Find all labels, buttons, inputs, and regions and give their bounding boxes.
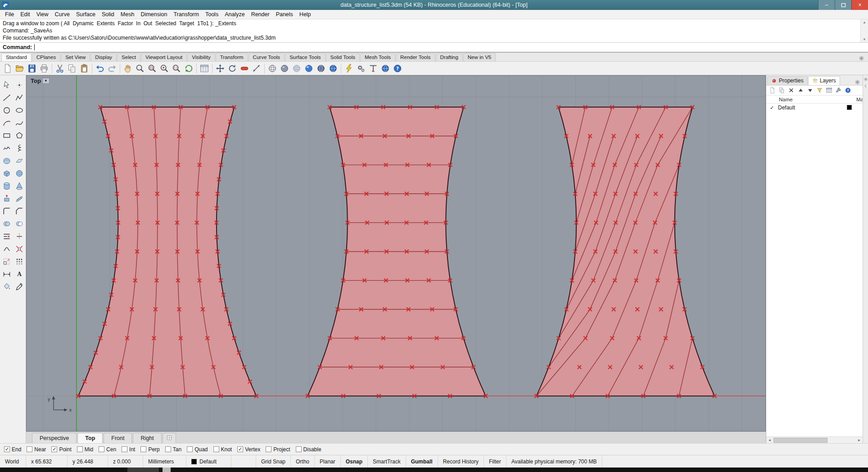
sphere-wire-button[interactable] — [267, 63, 278, 74]
status-current-layer[interactable]: Default — [186, 455, 231, 467]
toolbar-tab-cplanes[interactable]: CPlanes — [32, 53, 60, 61]
osnap-point-checkbox[interactable]: ✓ — [51, 446, 57, 452]
osnap-disable[interactable]: Disable — [296, 446, 321, 453]
up-tri-button[interactable] — [796, 86, 805, 95]
layers-hscrollbar[interactable]: ◄ ► — [766, 436, 863, 443]
osnap-tan[interactable]: Tan — [165, 446, 181, 453]
polygon-button[interactable] — [14, 129, 25, 142]
save-file-button[interactable] — [26, 63, 38, 74]
undo-button[interactable] — [94, 63, 106, 74]
new-layer-button[interactable] — [768, 86, 776, 95]
sphere-xray-button[interactable] — [315, 63, 327, 74]
toolbar-tab-visibility[interactable]: Visibility — [187, 53, 215, 61]
status-cplane[interactable]: World — [0, 455, 26, 467]
osnap-int[interactable]: Int — [122, 446, 135, 453]
menu-solid[interactable]: Solid — [99, 10, 118, 18]
dim-button[interactable] — [1, 268, 13, 281]
menu-view[interactable]: View — [33, 10, 52, 18]
menu-help[interactable]: Help — [296, 10, 314, 18]
cube-button[interactable] — [1, 167, 13, 180]
osnap-perp[interactable]: Perp — [140, 446, 159, 453]
toolbar-tab-render-tools[interactable]: Render Tools — [396, 53, 435, 61]
toolbar-tab-solid-tools[interactable]: Solid Tools — [326, 53, 360, 61]
menu-dimension[interactable]: Dimension — [137, 10, 170, 18]
paint-button[interactable] — [1, 281, 13, 293]
osnap-int-checkbox[interactable] — [122, 446, 127, 452]
down-tri-button[interactable] — [806, 86, 814, 95]
sphere3d-button[interactable] — [14, 167, 25, 180]
osnap-perp-checkbox[interactable] — [140, 446, 146, 452]
rect-tool-button[interactable] — [1, 129, 13, 142]
status-pane-smarttrack[interactable]: SmartTrack — [368, 455, 406, 467]
line-button[interactable] — [1, 91, 13, 104]
sublayer-button[interactable] — [778, 86, 786, 95]
cylinder-button[interactable] — [1, 180, 13, 192]
layer-row-default[interactable]: ✓ Default — [766, 104, 863, 112]
toolbar-tab-new-in-v5[interactable]: New in V5 — [463, 53, 496, 61]
viewport-title[interactable]: Top — [31, 77, 41, 84]
pan-hand-button[interactable] — [122, 63, 134, 74]
sphere-ghosted-button[interactable] — [291, 63, 303, 74]
taskbar-item[interactable] — [163, 467, 171, 472]
menu-tools[interactable]: Tools — [202, 10, 222, 18]
osnap-knot[interactable]: Knot — [213, 446, 232, 453]
maximize-button[interactable] — [835, 0, 851, 10]
viewport-canvas[interactable]: yx — [27, 76, 765, 431]
cut-button[interactable] — [54, 63, 66, 74]
osnap-cen[interactable]: Cen — [99, 446, 116, 453]
osnap-near-checkbox[interactable] — [27, 446, 32, 452]
array-button[interactable] — [14, 255, 25, 268]
pipe-button[interactable] — [14, 192, 25, 205]
toolbar-tab-surface-tools[interactable]: Surface Tools — [285, 53, 325, 61]
osnap-end[interactable]: ✓End — [4, 446, 21, 453]
osnap-tan-checkbox[interactable] — [165, 446, 171, 452]
status-pane-ortho[interactable]: Ortho — [291, 455, 315, 467]
extrude-button[interactable] — [1, 192, 13, 205]
globe-web-button[interactable] — [380, 63, 391, 74]
bolt-button[interactable] — [343, 63, 355, 74]
print-button[interactable] — [38, 63, 50, 74]
zoom-extents-button[interactable] — [171, 63, 182, 74]
redo-button[interactable] — [106, 63, 118, 74]
osnap-knot-checkbox[interactable] — [213, 446, 219, 452]
point-dot-button[interactable] — [14, 79, 25, 91]
column-material[interactable]: Mate — [856, 97, 863, 102]
plane-button[interactable] — [14, 154, 25, 167]
status-pane-planar[interactable]: Planar — [315, 455, 341, 467]
circle-button[interactable] — [1, 104, 13, 117]
viewport-title-chip[interactable]: Top ▼ — [31, 77, 50, 84]
rotate-button[interactable] — [226, 63, 238, 74]
text-tool-button[interactable]: A — [14, 268, 25, 281]
viewport-top[interactable]: yx Top ▼ — [26, 75, 766, 431]
surface-horizontal-isocurves[interactable] — [306, 105, 488, 398]
cursor-button[interactable] — [1, 79, 13, 91]
help-sphere-button[interactable]: ? — [844, 86, 852, 95]
paste-button[interactable] — [78, 63, 90, 74]
osnap-mid[interactable]: Mid — [77, 446, 93, 453]
menu-transform[interactable]: Transform — [170, 10, 202, 18]
osnap-end-checkbox[interactable]: ✓ — [4, 446, 10, 452]
helix-button[interactable] — [14, 142, 25, 154]
curve-button[interactable] — [14, 117, 25, 129]
chamfer-button[interactable] — [14, 205, 25, 218]
osnap-vertex-checkbox[interactable]: ✓ — [237, 446, 243, 452]
distance-button[interactable] — [251, 63, 262, 74]
wrench-button[interactable] — [834, 86, 842, 95]
toolbar-tab-transform[interactable]: Transform — [216, 53, 248, 61]
delete-x-button[interactable] — [787, 86, 795, 95]
cone-button[interactable] — [14, 180, 25, 192]
menu-mesh[interactable]: Mesh — [118, 10, 138, 18]
trim-button[interactable] — [1, 230, 13, 243]
split-button[interactable] — [14, 230, 25, 243]
prev-view-button[interactable] — [183, 63, 194, 74]
toolbar-tab-mesh-tools[interactable]: Mesh Tools — [360, 53, 395, 61]
viewport-tab-top[interactable]: Top — [77, 433, 103, 443]
red-capsule-button[interactable] — [239, 63, 250, 74]
osnap-cen-checkbox[interactable] — [99, 446, 104, 452]
viewport-tab-front[interactable]: Front — [104, 433, 132, 443]
grid-table-button[interactable] — [199, 63, 210, 74]
tsquare-button[interactable] — [367, 63, 379, 74]
osnap-vertex[interactable]: ✓Vertex — [237, 446, 260, 453]
toolbar-tab-curve-tools[interactable]: Curve Tools — [249, 53, 285, 61]
surface-diagonal-isocurves[interactable] — [534, 105, 716, 398]
